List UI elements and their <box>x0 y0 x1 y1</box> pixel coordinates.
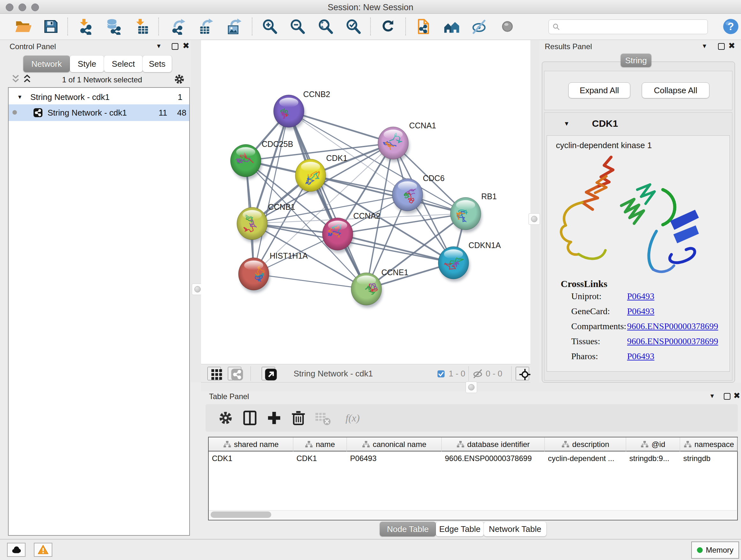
table-cell[interactable]: CDK1 <box>209 452 293 465</box>
crosslink-value-link[interactable]: P06493 <box>627 306 655 316</box>
column-header-name[interactable]: name <box>293 437 347 451</box>
zoom-in-button[interactable] <box>261 17 279 36</box>
edge-HIST1H1A-CCNE1[interactable] <box>254 274 366 289</box>
memory-button[interactable]: Memory <box>691 542 739 559</box>
network-collection-row[interactable]: ▾ String Network - cdk1 1 <box>9 89 189 105</box>
refresh-view-button[interactable] <box>379 17 397 36</box>
add-column-button[interactable] <box>266 409 283 427</box>
column-header-canonical-name[interactable]: canonical name <box>347 437 442 451</box>
expand-all-button[interactable]: Expand All <box>568 82 630 98</box>
node-CDKN1A[interactable] <box>438 246 470 282</box>
delete-column-button[interactable] <box>290 409 307 427</box>
expand-all-networks-button[interactable] <box>20 72 34 85</box>
table-cell[interactable]: P06493 <box>347 452 442 465</box>
table-settings-button[interactable] <box>217 409 234 427</box>
node-CDK1[interactable] <box>295 159 327 194</box>
zoom-out-button[interactable] <box>288 17 307 36</box>
crosslink-value-link[interactable]: P06493 <box>627 351 655 361</box>
delete-table-button[interactable] <box>314 409 331 427</box>
control-panel-collapse-button[interactable]: ▾ <box>157 42 160 50</box>
table-panel-close-button[interactable]: ✖ <box>733 392 740 399</box>
table-cell[interactable]: cyclin-dependent ... <box>545 452 626 465</box>
crosslink-value-link[interactable]: P06493 <box>627 291 655 301</box>
table-horizontal-scrollbar[interactable] <box>209 510 737 519</box>
node-CCNB1[interactable] <box>237 207 268 242</box>
scrollbar-thumb[interactable] <box>211 511 271 518</box>
import-network-from-file-button[interactable] <box>77 17 94 36</box>
export-network-button[interactable] <box>170 17 188 36</box>
houses-button[interactable] <box>443 17 461 36</box>
table-cell[interactable]: CDK1 <box>293 452 347 465</box>
results-panel-collapse-button[interactable]: ▾ <box>703 42 706 50</box>
table-panel-float-button[interactable] <box>724 393 731 400</box>
export-table-button[interactable] <box>198 17 216 36</box>
node-CDC25B[interactable] <box>230 144 262 179</box>
network-panel-options-button[interactable] <box>172 72 186 86</box>
search-box <box>549 19 708 34</box>
node-CDC6[interactable] <box>392 179 424 213</box>
tab-select[interactable]: Select <box>104 56 143 72</box>
left-splitter[interactable] <box>191 40 201 382</box>
save-session-button[interactable] <box>42 17 60 36</box>
document-share-button[interactable] <box>414 17 432 36</box>
presentation-mode-button[interactable] <box>498 17 516 36</box>
crosslink-value-link[interactable]: 9606.ENSP00000378699 <box>627 321 718 331</box>
zoom-fit-button[interactable] <box>317 17 334 36</box>
right-splitter-handle[interactable] <box>529 213 540 225</box>
crosslink-value-link[interactable]: 9606.ENSP00000378699 <box>627 336 718 347</box>
horizontal-splitter-handle[interactable] <box>466 381 477 393</box>
right-splitter[interactable] <box>530 40 539 382</box>
warnings-button[interactable] <box>34 543 52 557</box>
selected-checkbox-icon[interactable] <box>436 369 446 378</box>
import-network-from-database-button[interactable] <box>105 17 123 36</box>
node-table[interactable]: shared namenamecanonical namedatabase id… <box>208 437 738 520</box>
detach-view-button[interactable] <box>262 367 275 380</box>
table-cell[interactable]: stringdb:9... <box>626 452 680 465</box>
network-share-button[interactable] <box>228 367 241 380</box>
collapse-all-button[interactable]: Collapse All <box>642 82 710 98</box>
results-panel-close-button[interactable]: ✖ <box>728 42 735 50</box>
search-input[interactable] <box>560 21 708 33</box>
tab-style[interactable]: Style <box>70 56 104 72</box>
table-cell[interactable]: stringdb <box>680 452 738 465</box>
network-row[interactable]: String Network - cdk1 11 48 <box>9 105 189 121</box>
results-panel-float-button[interactable] <box>718 43 725 50</box>
tab-network-table[interactable]: Network Table <box>484 522 546 537</box>
column-header-namespace[interactable]: namespace <box>680 437 738 451</box>
network-edges[interactable] <box>246 111 466 289</box>
export-image-button[interactable] <box>226 17 244 36</box>
control-panel-float-button[interactable] <box>172 43 179 50</box>
tab-node-table[interactable]: Node Table <box>380 522 436 537</box>
edge-CCNB2-HIST1H1A[interactable] <box>254 111 289 274</box>
zoom-selected-button[interactable] <box>344 17 362 36</box>
hidden-eye-icon[interactable] <box>472 368 483 379</box>
import-table-from-file-button[interactable] <box>132 17 150 36</box>
column-header--id[interactable]: @id <box>626 437 680 451</box>
edge-CCNA2-CDKN1A[interactable] <box>338 234 454 263</box>
tab-string[interactable]: String <box>621 54 651 67</box>
cloud-button[interactable] <box>7 543 25 557</box>
tab-sets[interactable]: Sets <box>143 56 172 72</box>
column-header-shared-name[interactable]: shared name <box>209 437 293 451</box>
function-builder-button[interactable]: f(x) <box>338 409 367 427</box>
control-panel-close-button[interactable]: ✖ <box>183 42 190 50</box>
show-columns-button[interactable] <box>241 409 259 427</box>
edge-CCNB2-CCNE1[interactable] <box>289 111 366 289</box>
help-button[interactable] <box>722 17 740 36</box>
grid-view-button[interactable] <box>207 367 221 380</box>
collection-expander-icon[interactable]: ▾ <box>18 93 21 101</box>
open-session-button[interactable] <box>14 17 32 36</box>
tab-edge-table[interactable]: Edge Table <box>436 522 484 537</box>
gene-expander-icon[interactable]: ▾ <box>565 119 568 128</box>
node-CCNE1[interactable] <box>351 273 383 308</box>
network-canvas[interactable]: CCNB2CCNA1CDC25BCDK1CDC6RB1CCNB1CCNA2CDK… <box>201 40 531 364</box>
fit-selected-button[interactable] <box>516 367 529 380</box>
column-header-database-identifier[interactable]: database identifier <box>442 437 545 451</box>
toggle-graphics-details-button[interactable] <box>470 17 488 36</box>
column-header-description[interactable]: description <box>545 437 626 451</box>
node-RB1[interactable] <box>450 197 482 233</box>
table-panel-collapse-button[interactable]: ▾ <box>711 392 714 400</box>
node-CCNA1[interactable] <box>378 127 409 162</box>
tab-network[interactable]: Network <box>23 56 70 72</box>
table-cell[interactable]: 9606.ENSP00000378699 <box>442 452 545 465</box>
